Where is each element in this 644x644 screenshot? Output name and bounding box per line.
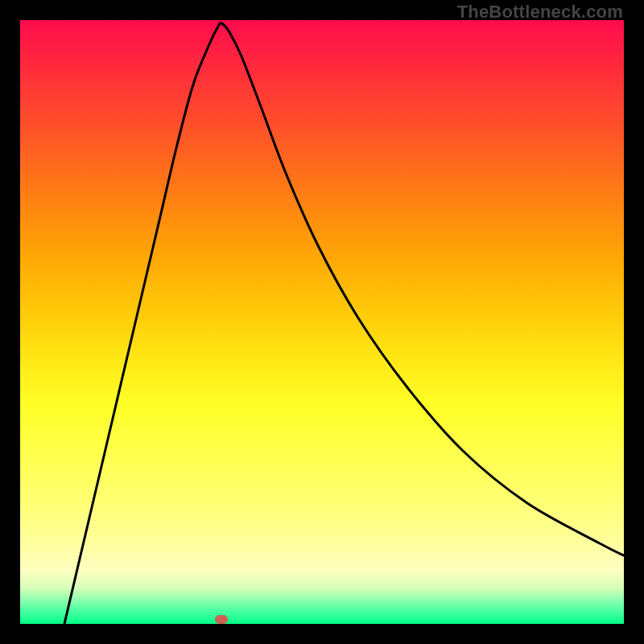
frame: TheBottleneck.com: [0, 0, 644, 644]
optimum-marker: [215, 615, 228, 624]
brand-watermark: TheBottleneck.com: [457, 2, 623, 23]
gradient-plot-area: [20, 20, 624, 624]
